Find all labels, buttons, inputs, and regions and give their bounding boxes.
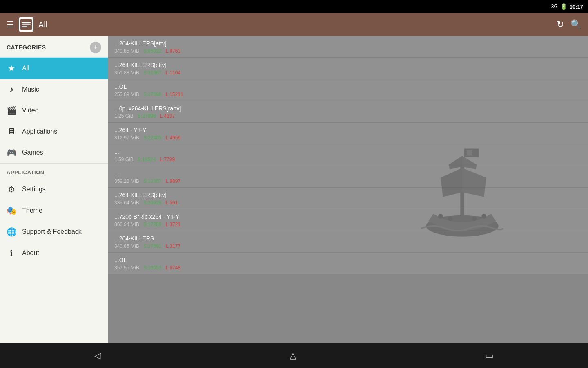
sidebar-item-theme-label: Theme (22, 207, 42, 214)
torrent-meta: 357.55 MiB S:13059 L:6748 (114, 265, 581, 271)
torrent-size: 1.59 GiB (114, 157, 134, 162)
home-button[interactable]: △ (273, 347, 313, 364)
torrent-meta: 340.85 MiB S:85022 L:8763 (114, 48, 581, 54)
torrent-meta: 340.85 MiB S:17691 L:3177 (114, 243, 581, 249)
torrent-seeders: S:22405 (143, 135, 162, 141)
sidebar-item-video[interactable]: 🎬 Video (0, 100, 108, 121)
back-button[interactable]: ◁ (78, 347, 118, 364)
home-icon: △ (290, 350, 296, 361)
applications-icon: 🖥 (7, 127, 16, 136)
sidebar-item-about[interactable]: ℹ About (0, 242, 108, 264)
torrent-title: ...264-KILLERS (114, 235, 581, 242)
torrent-item[interactable]: ... 1.59 GiB S:18524 L:7799 (108, 144, 588, 166)
torrent-size: 255.89 MiB (114, 92, 139, 97)
torrent-meta: 255.89 MiB S:17598 L:15211 (114, 92, 581, 97)
application-section-title: APPLICATION (0, 163, 108, 179)
games-icon: 🎮 (7, 148, 16, 157)
search-icon[interactable]: 🔍 (570, 19, 581, 30)
torrent-meta: 812.97 MiB S:22405 L:4959 (114, 135, 581, 141)
torrent-item[interactable]: ...264-KILLERS[ettv] 351.88 MiB S:31967 … (108, 58, 588, 79)
torrent-item[interactable]: ... 359.28 MiB S:12357 L:9897 (108, 166, 588, 188)
torrent-leechers: L:3721 (165, 222, 180, 227)
torrent-size: 340.85 MiB (114, 48, 139, 54)
recents-button[interactable]: ▭ (469, 347, 510, 364)
torrent-meta: 1.59 GiB S:18524 L:7799 (114, 157, 581, 162)
torrent-meta: 359.28 MiB S:12357 L:9897 (114, 178, 581, 184)
torrent-item[interactable]: ...720p BrRip x264 - YIFY 866.94 MiB S:1… (108, 209, 588, 231)
torrent-size: 1.25 GiB (114, 113, 134, 119)
torrent-title: ...264-KILLERS[ettv] (114, 62, 581, 68)
status-icons: 3G 🔋 10:17 (551, 3, 583, 10)
torrent-size: 812.97 MiB (114, 135, 139, 141)
torrent-seeders: S:13059 (143, 265, 162, 271)
sidebar: CATEGORIES + ★ All ♪ Music 🎬 Video 🖥 App… (0, 36, 108, 343)
sidebar-item-all[interactable]: ★ All (0, 58, 108, 79)
toolbar-icons: ↻ 🔍 (557, 19, 581, 30)
torrent-item[interactable]: ...OL 255.89 MiB S:17598 L:15211 (108, 79, 588, 101)
time-display: 10:17 (570, 4, 583, 10)
torrent-leechers: L:3177 (165, 243, 180, 249)
torrent-title: ... (114, 148, 581, 155)
torrent-meta: 351.88 MiB S:31967 L:1104 (114, 70, 581, 76)
sidebar-item-settings[interactable]: ⚙ Settings (0, 179, 108, 200)
bottom-nav-bar: ◁ △ ▭ (0, 343, 588, 368)
torrent-item[interactable]: ...264-KILLERS[ettv] 335.64 MiB S:20928 … (108, 188, 588, 209)
torrent-seeders: S:17598 (143, 92, 162, 97)
torrent-leechers: L:1104 (165, 70, 180, 76)
svg-rect-3 (22, 26, 27, 27)
sidebar-item-video-label: Video (22, 107, 39, 114)
sidebar-item-applications[interactable]: 🖥 Applications (0, 121, 108, 142)
sidebar-item-support-label: Support & Feedback (22, 228, 82, 236)
back-icon: ◁ (94, 350, 101, 361)
torrent-seeders: S:18524 (138, 157, 156, 162)
sidebar-header: CATEGORIES + (0, 36, 108, 58)
torrent-meta: 1.25 GiB S:27098 L:4337 (114, 113, 581, 119)
add-category-button[interactable]: + (90, 42, 101, 53)
torrent-item[interactable]: ...264-KILLERS[ettv] 340.85 MiB S:85022 … (108, 36, 588, 58)
music-icon: ♪ (7, 85, 16, 94)
sidebar-item-games[interactable]: 🎮 Games (0, 142, 108, 163)
torrent-size: 351.88 MiB (114, 70, 139, 76)
sidebar-item-applications-label: Applications (22, 128, 57, 135)
torrent-leechers: L:15211 (165, 92, 183, 97)
recents-icon: ▭ (485, 350, 494, 361)
torrent-list: ...264-KILLERS[ettv] 340.85 MiB S:85022 … (108, 36, 588, 274)
sidebar-item-theme[interactable]: 🎭 Theme (0, 200, 108, 221)
torrent-title: ...720p BrRip x264 - YIFY (114, 213, 581, 220)
app-bar: ☰ All ↻ 🔍 (0, 13, 588, 36)
torrent-meta: 335.64 MiB S:20928 L:591 (114, 200, 581, 206)
torrent-item[interactable]: ...264 - YIFY 812.97 MiB S:22405 L:4959 (108, 123, 588, 144)
main-content: CATEGORIES + ★ All ♪ Music 🎬 Video 🖥 App… (0, 36, 588, 343)
sidebar-item-music-label: Music (22, 86, 39, 93)
torrent-leechers: L:4959 (165, 135, 180, 141)
torrent-item[interactable]: ...OL 357.55 MiB S:13059 L:6748 (108, 253, 588, 274)
torrent-title: ... (114, 170, 581, 177)
torrent-item[interactable]: ...264-KILLERS 340.85 MiB S:17691 L:3177 (108, 231, 588, 253)
torrent-size: 359.28 MiB (114, 178, 139, 184)
status-bar: 3G 🔋 10:17 (0, 0, 588, 13)
app-title: All (38, 20, 552, 29)
torrent-item[interactable]: ...0p..x264-KILLERS[rartv] 1.25 GiB S:27… (108, 101, 588, 123)
torrent-seeders: S:17289 (143, 222, 162, 227)
refresh-icon[interactable]: ↻ (557, 19, 564, 30)
sidebar-item-support[interactable]: 🌐 Support & Feedback (0, 221, 108, 242)
svg-rect-2 (22, 24, 31, 25)
torrent-leechers: L:6748 (165, 265, 180, 271)
torrent-title: ...OL (114, 83, 581, 90)
hamburger-icon[interactable]: ☰ (7, 20, 14, 29)
sidebar-item-games-label: Games (22, 149, 43, 156)
support-icon: 🌐 (7, 227, 16, 237)
sidebar-item-music[interactable]: ♪ Music (0, 79, 108, 100)
torrent-seeders: S:20928 (143, 200, 162, 206)
torrent-title: ...OL (114, 257, 581, 263)
signal-indicator: 3G (551, 4, 558, 9)
star-icon: ★ (7, 63, 16, 73)
video-icon: 🎬 (7, 105, 16, 115)
battery-icon: 🔋 (560, 3, 567, 10)
torrent-meta: 866.94 MiB S:17289 L:3721 (114, 222, 581, 227)
torrent-size: 866.94 MiB (114, 222, 139, 227)
sidebar-item-settings-label: Settings (22, 186, 46, 193)
torrent-size: 357.55 MiB (114, 265, 139, 271)
torrent-seeders: S:17691 (143, 243, 162, 249)
content-area: ...264-KILLERS[ettv] 340.85 MiB S:85022 … (108, 36, 588, 343)
